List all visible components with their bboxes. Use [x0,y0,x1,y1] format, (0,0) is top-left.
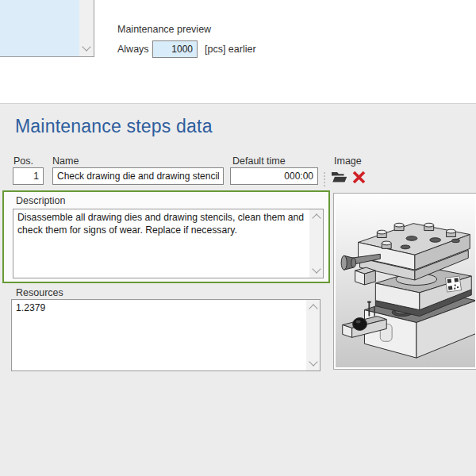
default-time-input[interactable] [230,167,318,185]
description-group: Description Disassemble all drawing dies… [2,190,330,283]
default-time-label: Default time [232,155,286,167]
vertical-scrollbar[interactable] [306,300,320,370]
name-label: Name [52,155,79,167]
chevron-down-icon[interactable] [309,357,317,366]
delete-x-icon [351,170,367,185]
description-label: Description [16,195,66,206]
die-assembly-image [336,195,475,367]
open-image-button[interactable] [331,171,348,184]
preview-quantity-input[interactable] [152,40,198,58]
resources-textarea[interactable]: 1.2379 [12,300,306,370]
pcs-earlier-label: [pcs] earlier [205,44,256,55]
maintenance-steps-panel: Maintenance steps data Pos. Name Default… [0,104,476,476]
always-label: Always [117,44,149,55]
image-preview-box [333,193,476,370]
page-title: Maintenance steps data [15,116,213,137]
chevron-up-icon[interactable] [309,304,317,313]
pos-input[interactable] [13,167,44,185]
chevron-down-icon[interactable] [82,42,90,51]
open-folder-icon [331,171,348,184]
description-field-frame: Disassemble all drawing dies and drawing… [13,209,324,278]
top-panel: Maintenance preview Always [pcs] earlier [0,0,476,103]
chevron-up-icon[interactable] [312,213,321,222]
vertical-scrollbar[interactable] [309,209,323,278]
delete-image-button[interactable] [351,170,367,185]
chevron-down-icon[interactable] [312,264,321,273]
gripper-dots-icon[interactable] [324,172,325,186]
vertical-scrollbar[interactable] [79,0,94,56]
image-label: Image [334,155,362,167]
preview-list[interactable] [0,0,94,57]
resources-label: Resources [16,287,63,298]
resources-field-frame: 1.2379 [11,299,321,371]
description-textarea[interactable]: Disassemble all drawing dies and drawing… [13,209,309,278]
maintenance-preview-label: Maintenance preview [117,24,211,35]
name-input[interactable] [52,167,224,185]
pos-label: Pos. [13,155,33,167]
